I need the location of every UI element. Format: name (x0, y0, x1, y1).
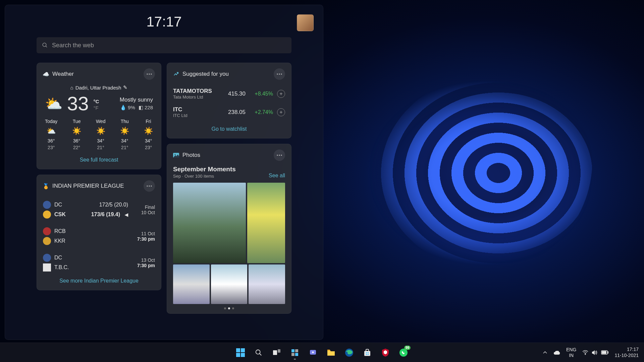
teams-chat-icon (309, 349, 317, 357)
svg-rect-22 (291, 353, 294, 356)
unit-fahrenheit[interactable]: °F (94, 105, 99, 111)
svg-point-14 (279, 155, 280, 156)
forecast-day[interactable]: Today ⛅ 36° 23° (45, 119, 57, 150)
svg-rect-20 (291, 349, 294, 352)
search-icon (255, 349, 262, 356)
match-date: 10 Oct (132, 210, 155, 215)
match-status: Final (132, 204, 155, 210)
taskbar-clock[interactable]: 17:17 11-10-2021 (614, 347, 641, 358)
search-input[interactable] (52, 42, 286, 49)
watchlist-link[interactable]: Go to watchlist (173, 124, 285, 133)
widgets-button[interactable] (287, 345, 303, 360)
team-logo (43, 201, 51, 209)
svg-rect-28 (366, 352, 367, 353)
photo-thumbnail[interactable] (173, 264, 210, 304)
battery-icon[interactable] (601, 350, 608, 355)
svg-rect-31 (368, 354, 369, 355)
team-name: DC (54, 255, 62, 261)
svg-rect-19 (278, 349, 280, 353)
task-view-button[interactable] (269, 345, 284, 360)
svg-point-15 (281, 155, 282, 156)
photo-thumbnail[interactable] (211, 264, 248, 304)
stock-change: +2.74% (250, 109, 273, 115)
photo-thumbnail[interactable] (247, 183, 285, 263)
wifi-icon[interactable] (582, 350, 588, 355)
user-avatar[interactable] (297, 14, 314, 31)
panel-header: 17:17 (14, 13, 314, 31)
sports-match[interactable]: DC 172/5 (20.0) CSK 173/6 (19.4) ◀ Final… (43, 196, 155, 223)
taskbar-search-button[interactable] (251, 345, 266, 360)
humidity: 💧 9% (120, 105, 135, 111)
match-time: 7:30 pm (132, 236, 155, 242)
weather-full-forecast-link[interactable]: See full forecast (43, 155, 155, 164)
weather-more-button[interactable] (144, 68, 155, 80)
unit-celsius[interactable]: °C (94, 99, 99, 104)
forecast-day[interactable]: Tue ☀️ 36° 22° (72, 119, 81, 150)
language-indicator[interactable]: ENG IN (566, 347, 576, 358)
photos-card: Photos September Moments Sep · Over 100 … (167, 144, 291, 314)
sports-icon: 🏅 (43, 183, 49, 189)
edit-icon[interactable]: ✎ (123, 84, 127, 90)
stocks-title: Suggested for you (182, 71, 270, 77)
stocks-more-button[interactable] (274, 68, 285, 80)
team-score: 173/6 (19.4) (91, 212, 120, 218)
sports-more-button[interactable] (144, 180, 155, 192)
photo-thumbnail[interactable] (249, 264, 285, 304)
start-button[interactable] (233, 345, 248, 360)
stock-add-button[interactable]: + (277, 90, 285, 98)
stock-change: +8.45% (250, 91, 273, 97)
search-bar[interactable] (37, 37, 291, 53)
weather-title: Weather (52, 71, 140, 77)
forecast-day[interactable]: Fri ☀️ 34° 23° (144, 119, 153, 150)
svg-point-8 (277, 73, 278, 74)
sports-match[interactable]: DC T.B.C. 13 Oct 7:30 pm (43, 249, 155, 276)
search-icon (42, 42, 48, 48)
file-explorer-button[interactable] (323, 345, 339, 360)
team-name: T.B.C. (54, 264, 69, 270)
svg-point-10 (281, 73, 282, 74)
stock-row[interactable]: TATAMOTORS Tata Motors Ltd 415.30 +8.45%… (173, 84, 285, 103)
forecast-day[interactable]: Thu ☀️ 34° 21° (120, 119, 129, 150)
store-button[interactable] (360, 345, 375, 360)
panel-time: 17:17 (146, 14, 181, 30)
edge-button[interactable] (341, 345, 357, 360)
photos-collection-title: September Moments (173, 166, 236, 173)
task-view-icon (273, 349, 280, 356)
shield-icon (382, 348, 389, 357)
store-icon (363, 349, 371, 357)
forecast-day[interactable]: Wed ☀️ 34° 21° (96, 119, 106, 150)
svg-rect-29 (368, 352, 369, 353)
volume-icon[interactable] (592, 350, 598, 355)
photos-subtitle: Sep · Over 100 items (173, 174, 236, 179)
edge-icon (345, 348, 354, 357)
more-icon (277, 155, 282, 156)
home-icon: ⌂ (70, 85, 73, 90)
chat-button[interactable] (305, 345, 321, 360)
sports-more-link[interactable]: See more Indian Premier League (43, 276, 155, 285)
onedrive-icon[interactable] (553, 350, 560, 355)
svg-point-2 (147, 73, 148, 74)
weather-condition: Mostly sunny (120, 97, 153, 103)
svg-point-13 (277, 155, 278, 156)
stock-add-button[interactable]: + (277, 108, 285, 116)
widgets-icon (291, 349, 299, 357)
weather-temp: 33 (67, 94, 89, 113)
photos-see-all-link[interactable]: See all (269, 173, 285, 179)
svg-point-25 (312, 351, 314, 353)
svg-point-7 (151, 185, 152, 186)
photos-pagination[interactable] (173, 307, 285, 309)
team-score: 172/5 (20.0) (99, 202, 128, 208)
photo-thumbnail[interactable] (173, 183, 246, 263)
weather-location-row[interactable]: ⌂ Dadri, Uttar Pradesh ✎ (43, 84, 155, 90)
sports-match[interactable]: RCB KKR 11 Oct 7:30 pm (43, 223, 155, 249)
svg-point-6 (149, 185, 150, 186)
chevron-up-icon[interactable] (543, 351, 547, 354)
svg-rect-35 (608, 352, 608, 353)
svg-point-9 (279, 73, 280, 74)
stock-row[interactable]: ITC ITC Ltd 238.05 +2.74% + (173, 103, 285, 121)
mcafee-button[interactable] (378, 345, 393, 360)
photos-title: Photos (182, 152, 270, 159)
whatsapp-button[interactable]: 99 (396, 345, 411, 360)
photos-more-button[interactable] (274, 149, 285, 161)
svg-point-12 (175, 154, 176, 155)
